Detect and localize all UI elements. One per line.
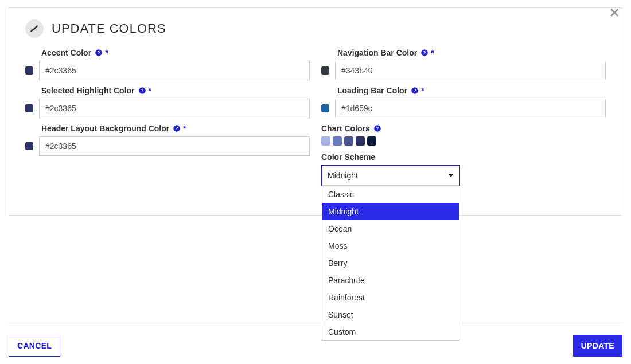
required-marker: * (183, 124, 186, 133)
color-scheme-option[interactable]: Classic (322, 186, 459, 203)
chevron-down-icon (448, 174, 454, 177)
chart-color-swatch (356, 136, 365, 146)
selected-highlight-swatch[interactable] (25, 104, 33, 112)
label-text: Selected Highlight Color (41, 86, 135, 95)
header-layout-bg-input[interactable] (39, 136, 310, 156)
color-scheme-option[interactable]: Ocean (322, 220, 459, 237)
required-marker: * (421, 86, 424, 95)
label-text: Chart Colors (321, 124, 370, 133)
svg-text:?: ? (414, 88, 416, 93)
field-selected-highlight: Selected Highlight Color ? * (25, 86, 310, 118)
navbar-color-swatch[interactable] (321, 66, 329, 75)
accent-color-swatch[interactable] (25, 66, 33, 75)
field-chart-colors: Chart Colors ? (321, 124, 606, 146)
chart-color-swatch (367, 136, 376, 146)
help-icon[interactable]: ? (138, 87, 146, 95)
close-icon[interactable]: ✕ (609, 6, 620, 21)
update-colors-panel: ✕ UPDATE COLORS Accent Color ? * (9, 7, 622, 216)
navbar-color-label: Navigation Bar Color ? * (321, 48, 606, 57)
color-scheme-option[interactable]: Rainforest (322, 289, 459, 306)
svg-text:?: ? (98, 50, 100, 56)
color-scheme-option[interactable]: Berry (322, 255, 459, 272)
navbar-color-input[interactable] (335, 61, 606, 80)
header-layout-bg-label: Header Layout Background Color ? * (25, 124, 310, 133)
modal-footer: CANCEL UPDATE (9, 323, 622, 357)
svg-text:?: ? (376, 126, 379, 131)
left-column: Accent Color ? * Selected Highlight Colo… (25, 48, 310, 186)
help-icon[interactable]: ? (373, 124, 381, 132)
cancel-button[interactable]: CANCEL (9, 335, 60, 357)
field-color-scheme: Color Scheme Midnight ClassicMidnightOce… (321, 152, 606, 186)
loading-bar-color-input[interactable] (335, 99, 606, 118)
label-text: Loading Bar Color (337, 86, 407, 95)
label-text: Header Layout Background Color (41, 124, 169, 133)
chart-color-swatch (344, 136, 353, 146)
chart-color-swatch (333, 136, 342, 146)
right-column: Navigation Bar Color ? * Loading Bar Col… (321, 48, 606, 186)
header-layout-bg-swatch[interactable] (25, 142, 33, 150)
loading-bar-color-swatch[interactable] (321, 104, 329, 112)
color-scheme-select[interactable]: Midnight ClassicMidnightOceanMossBerryPa… (321, 165, 460, 186)
help-icon[interactable]: ? (420, 49, 429, 57)
accent-color-input[interactable] (39, 61, 310, 80)
required-marker: * (105, 48, 108, 57)
color-scheme-label: Color Scheme (321, 152, 606, 162)
help-icon[interactable]: ? (173, 124, 181, 132)
required-marker: * (431, 48, 434, 57)
color-scheme-option[interactable]: Parachute (322, 272, 459, 289)
selected-highlight-label: Selected Highlight Color ? * (25, 86, 310, 95)
brush-icon (25, 19, 44, 38)
color-scheme-option[interactable]: Custom (322, 323, 459, 340)
label-text: Navigation Bar Color (337, 48, 417, 57)
color-scheme-option[interactable]: Midnight (322, 203, 459, 220)
chart-color-swatch (321, 136, 330, 146)
color-scheme-selected-text: Midnight (328, 171, 448, 180)
field-accent-color: Accent Color ? * (25, 48, 310, 80)
chart-color-swatches (321, 136, 606, 146)
field-navbar-color: Navigation Bar Color ? * (321, 48, 606, 80)
field-header-layout-bg: Header Layout Background Color ? * (25, 124, 310, 156)
help-icon[interactable]: ? (411, 87, 419, 95)
svg-text:?: ? (141, 88, 143, 93)
help-icon[interactable]: ? (95, 49, 103, 57)
field-loading-bar-color: Loading Bar Color ? * (321, 86, 606, 118)
chart-colors-label: Chart Colors ? (321, 124, 606, 133)
modal-header: UPDATE COLORS (9, 8, 622, 44)
svg-text:?: ? (423, 50, 426, 56)
update-button[interactable]: UPDATE (573, 335, 622, 357)
color-scheme-dropdown: ClassicMidnightOceanMossBerryParachuteRa… (322, 185, 459, 341)
label-text: Accent Color (41, 48, 91, 57)
required-marker: * (149, 86, 151, 95)
color-scheme-option[interactable]: Moss (322, 237, 459, 255)
color-scheme-option[interactable]: Sunset (322, 306, 459, 323)
selected-highlight-input[interactable] (39, 99, 310, 118)
loading-bar-color-label: Loading Bar Color ? * (321, 86, 606, 95)
form-grid: Accent Color ? * Selected Highlight Colo… (9, 44, 622, 197)
page-title: UPDATE COLORS (52, 21, 166, 36)
accent-color-label: Accent Color ? * (25, 48, 310, 57)
svg-text:?: ? (176, 126, 178, 131)
